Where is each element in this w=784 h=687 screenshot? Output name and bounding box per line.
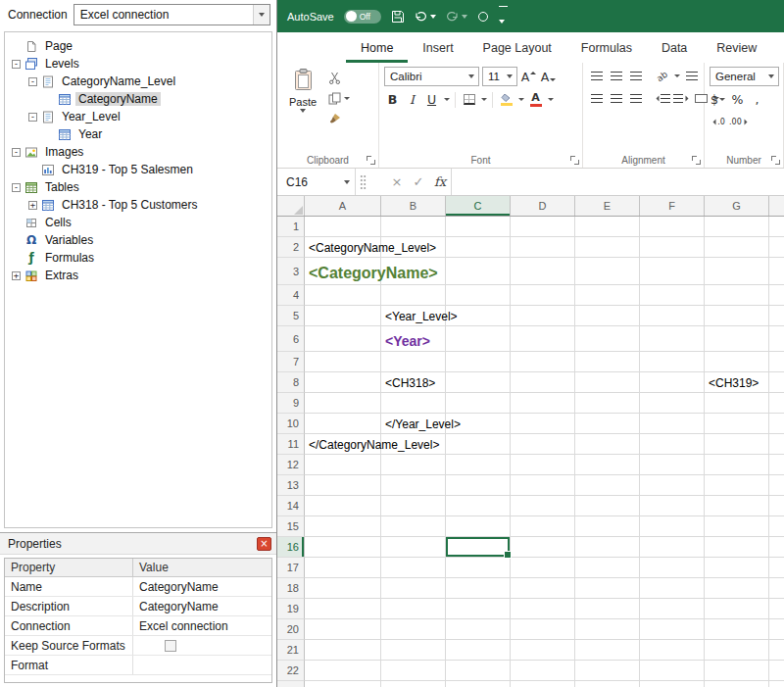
decrease-indent-button[interactable] (654, 89, 670, 108)
cell-E8[interactable] (575, 372, 640, 393)
row-header-7[interactable]: 7 (277, 352, 305, 372)
cell-G3[interactable] (705, 258, 769, 285)
row-header-16[interactable]: 16 (277, 537, 305, 558)
cell-G1[interactable] (705, 217, 769, 237)
cell-F22[interactable] (640, 661, 705, 681)
cell-B9[interactable] (381, 393, 446, 414)
cell-D8[interactable] (511, 372, 575, 393)
cell-E19[interactable] (575, 599, 640, 619)
connection-dropdown[interactable]: Excel connection (74, 4, 270, 25)
cell-C12[interactable] (446, 455, 511, 475)
cell-G10[interactable] (705, 414, 769, 434)
comma-style-button[interactable]: , (749, 90, 765, 109)
row-header-10[interactable]: 10 (277, 414, 305, 434)
align-middle-button[interactable] (608, 67, 624, 85)
column-header-C[interactable]: C (446, 196, 511, 216)
cell-G20[interactable] (705, 619, 769, 640)
cell-F11[interactable] (640, 434, 705, 455)
cell-F7[interactable] (640, 352, 705, 372)
tab-formulas[interactable]: Formulas (566, 32, 647, 63)
grow-font-button[interactable]: A (520, 68, 537, 86)
shrink-font-button[interactable]: A (540, 68, 557, 86)
cell-G11[interactable] (705, 434, 769, 455)
cell-E13[interactable] (575, 475, 640, 496)
cell-D6[interactable] (511, 326, 575, 352)
tree-item-ch319-top-5-salesmen[interactable]: CH319 - Top 5 Salesmen (5, 161, 271, 178)
row-header-4[interactable]: 4 (277, 285, 305, 306)
cell-B13[interactable] (381, 475, 446, 496)
row-header-23[interactable]: 23 (277, 681, 305, 687)
cell-D13[interactable] (511, 475, 575, 496)
cell-F15[interactable] (640, 516, 705, 537)
tree-item-tables[interactable]: -Tables (5, 178, 271, 196)
cell-E16[interactable] (575, 537, 640, 558)
cell-F12[interactable] (640, 455, 705, 475)
tree-item-categoryname-level[interactable]: -CategoryName_Level (5, 73, 271, 90)
cell-E1[interactable] (575, 217, 640, 237)
row-header-3[interactable]: 3 (277, 258, 305, 285)
property-row[interactable]: NameCategoryName (5, 577, 271, 597)
tree-item-images[interactable]: -Images (5, 143, 271, 161)
cell-G7[interactable] (705, 352, 769, 372)
cell-G22[interactable] (705, 661, 769, 681)
tab-view[interactable]: View (771, 32, 784, 63)
cell-E10[interactable] (575, 414, 640, 434)
cell-F23[interactable] (640, 681, 705, 687)
cell-F9[interactable] (640, 393, 705, 414)
row-header-13[interactable]: 13 (277, 475, 305, 496)
align-right-button[interactable] (627, 89, 644, 108)
orientation-button[interactable]: ab (654, 67, 670, 85)
cell-F17[interactable] (640, 558, 705, 578)
tree-item-levels[interactable]: -Levels (5, 55, 271, 73)
cell-E20[interactable] (575, 619, 640, 640)
property-value[interactable]: Excel connection (133, 616, 271, 635)
cell-B1[interactable] (381, 217, 446, 237)
cell-D11[interactable] (511, 434, 575, 455)
cell-B19[interactable] (381, 599, 446, 619)
tree-item-formulas[interactable]: ƒFormulas (5, 249, 271, 267)
cell-A23[interactable] (305, 681, 381, 687)
property-row[interactable]: DescriptionCategoryName (5, 597, 271, 616)
cell-B21[interactable] (381, 640, 446, 661)
tree-item-page[interactable]: Page (5, 37, 271, 55)
cell-C23[interactable] (446, 681, 511, 687)
cell-D14[interactable] (511, 496, 575, 516)
row-header-1[interactable]: 1 (277, 217, 305, 237)
cell-B8[interactable]: <CH318> (381, 372, 446, 393)
cell-A21[interactable] (305, 640, 381, 661)
cell-A16[interactable] (305, 537, 381, 558)
cell-C19[interactable] (446, 599, 511, 619)
select-all-corner[interactable] (277, 196, 305, 216)
tree-item-extras[interactable]: +Extras (5, 267, 271, 284)
tree-item-variables[interactable]: ΩVariables (5, 231, 271, 249)
row-header-19[interactable]: 19 (277, 599, 305, 619)
cell-A15[interactable] (305, 516, 381, 537)
column-header-D[interactable]: D (511, 196, 575, 216)
tree-item-ch318-top-5-customers[interactable]: +CH318 - Top 5 Customers (5, 196, 271, 214)
cell-D5[interactable] (511, 306, 575, 326)
cell-B15[interactable] (381, 516, 446, 537)
cell-D17[interactable] (511, 558, 575, 578)
cell-A5[interactable] (305, 306, 381, 326)
collapse-icon[interactable]: - (28, 77, 37, 86)
cell-A8[interactable] (305, 372, 381, 393)
cancel-icon[interactable]: × (386, 174, 408, 189)
cell-A19[interactable] (305, 599, 381, 619)
chevron-down-icon[interactable] (518, 98, 524, 101)
cell-A2[interactable]: <CategoryName_Level> (305, 237, 381, 258)
cut-button[interactable] (326, 70, 352, 86)
cell-D7[interactable] (511, 352, 575, 372)
chevron-down-icon[interactable] (481, 98, 487, 101)
tree-item-categoryname[interactable]: CategoryName (5, 90, 271, 108)
cell-C20[interactable] (446, 619, 511, 640)
font-color-button[interactable]: A (527, 90, 544, 109)
undo-button[interactable] (415, 11, 436, 22)
cell-F19[interactable] (640, 599, 705, 619)
cell-G5[interactable] (705, 306, 769, 326)
dialog-launcher-icon[interactable] (692, 156, 701, 165)
cell-F14[interactable] (640, 496, 705, 516)
cell-B10[interactable]: </Year_Level> (381, 414, 446, 434)
row-header-22[interactable]: 22 (277, 661, 305, 681)
chevron-down-icon[interactable] (548, 98, 554, 101)
formula-bar-handle[interactable] (360, 174, 367, 189)
